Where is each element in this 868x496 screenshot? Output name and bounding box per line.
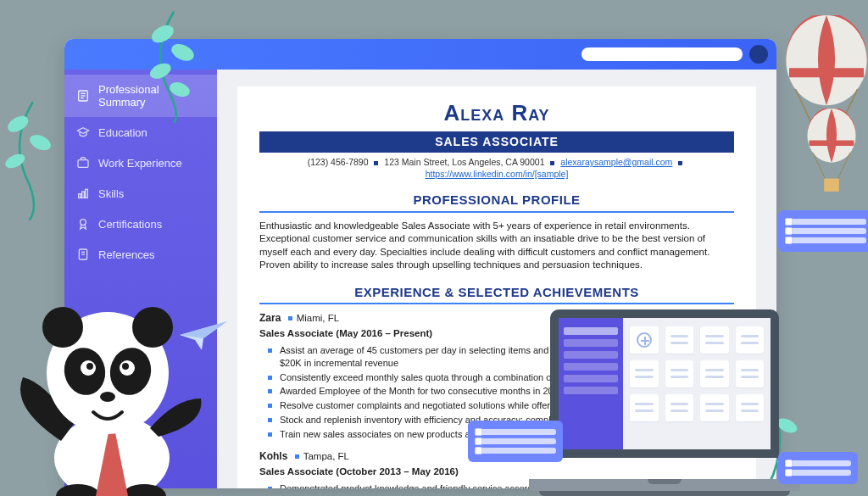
- balloon-decoration-icon: [804, 109, 860, 198]
- template-card[interactable]: [700, 360, 729, 387]
- laptop-template-grid: [623, 318, 771, 449]
- svg-point-43: [100, 392, 115, 402]
- template-card[interactable]: [736, 326, 765, 354]
- sidebar-item-work-experience[interactable]: Work Experience: [64, 148, 217, 178]
- leaf-decoration-icon: [136, 4, 212, 123]
- resume-name: Alexa Ray: [259, 98, 734, 128]
- svg-point-42: [122, 363, 129, 370]
- job-location: Tampa, FL: [303, 451, 349, 461]
- sidebar-item-label: Work Experience: [98, 157, 182, 170]
- panda-mascot-icon: [0, 246, 214, 496]
- svg-point-5: [27, 131, 53, 153]
- checklist-chip: [778, 452, 858, 484]
- template-card[interactable]: [700, 326, 729, 354]
- job-company: Zara: [259, 312, 281, 324]
- profile-body: Enthusiastic and knowledgeable Sales Ass…: [259, 220, 734, 272]
- contact-email-link[interactable]: alexaraysample@gmail.com: [560, 157, 672, 167]
- template-card[interactable]: [736, 394, 765, 421]
- template-card[interactable]: [630, 360, 659, 387]
- job-company: Kohls: [259, 450, 287, 462]
- sidebar-item-label: Skills: [98, 187, 124, 200]
- svg-rect-15: [824, 179, 839, 192]
- go-button[interactable]: [749, 45, 768, 64]
- checklist-chip: [778, 210, 868, 252]
- add-template-button[interactable]: [630, 326, 659, 354]
- svg-point-4: [5, 113, 31, 136]
- svg-rect-25: [86, 189, 88, 198]
- svg-rect-23: [79, 194, 81, 198]
- template-card[interactable]: [736, 360, 765, 387]
- svg-point-1: [169, 41, 197, 64]
- sidebar-item-label: Certifications: [98, 218, 162, 231]
- sidebar-item-skills[interactable]: Skills: [64, 178, 217, 209]
- svg-point-40: [86, 363, 93, 370]
- svg-rect-24: [82, 192, 85, 198]
- svg-point-36: [132, 307, 173, 348]
- svg-point-26: [81, 220, 86, 226]
- template-card[interactable]: [665, 326, 694, 354]
- laptop-illustration: [529, 309, 800, 496]
- resume-contact-line: (123) 456-7890 123 Main Street, Los Ange…: [259, 156, 734, 180]
- template-card[interactable]: [665, 360, 694, 387]
- skills-icon: [76, 187, 90, 200]
- job-location: Miami, FL: [297, 313, 339, 323]
- section-heading-experience: EXPERIENCE & SELECTED ACHIEVEMENTS: [259, 284, 734, 301]
- summary-icon: [76, 89, 90, 103]
- template-card[interactable]: [665, 394, 694, 421]
- svg-rect-22: [78, 160, 88, 168]
- template-card[interactable]: [630, 394, 659, 421]
- section-heading-profile: PROFESSIONAL PROFILE: [259, 192, 734, 209]
- laptop-sidebar: [559, 318, 623, 449]
- sidebar-item-certifications[interactable]: Certifications: [64, 209, 217, 239]
- sidebar-item-label: Education: [98, 126, 147, 139]
- contact-phone: (123) 456-7890: [308, 157, 369, 167]
- contact-linkedin-link[interactable]: https://www.linkedin.com/in/[sample]: [426, 169, 569, 179]
- template-card[interactable]: [700, 394, 729, 421]
- cert-icon: [76, 217, 90, 231]
- checklist-chip: [468, 421, 563, 462]
- leaf-decoration-icon: [0, 102, 64, 220]
- url-bar[interactable]: [581, 47, 743, 61]
- education-icon: [76, 125, 90, 139]
- svg-point-35: [42, 307, 83, 348]
- resume-title: SALES ASSOCIATE: [259, 131, 734, 153]
- paper-plane-icon: [178, 318, 229, 352]
- contact-address: 123 Main Street, Los Angeles, CA 90001: [384, 157, 544, 167]
- work-icon: [76, 156, 90, 170]
